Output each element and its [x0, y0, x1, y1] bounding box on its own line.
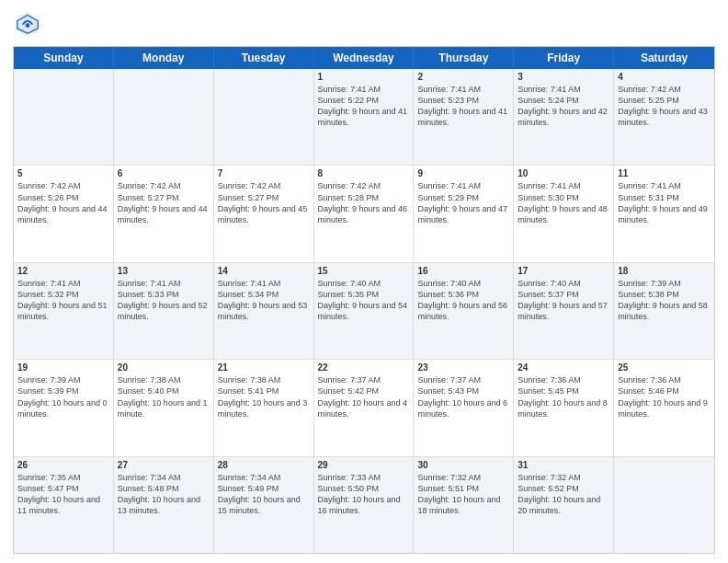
cal-cell-r4-c4: 30Sunrise: 7:32 AM Sunset: 5:51 PM Dayli…	[414, 457, 514, 553]
calendar-row-0: 1Sunrise: 7:41 AM Sunset: 5:22 PM Daylig…	[14, 69, 714, 166]
cell-info: Sunrise: 7:37 AM Sunset: 5:42 PM Dayligh…	[318, 374, 410, 419]
day-header-saturday: Saturday	[614, 47, 714, 69]
cell-date: 13	[118, 266, 210, 276]
cell-info: Sunrise: 7:41 AM Sunset: 5:24 PM Dayligh…	[518, 84, 609, 129]
cal-cell-r4-c2: 28Sunrise: 7:34 AM Sunset: 5:49 PM Dayli…	[214, 457, 314, 553]
cell-info: Sunrise: 7:32 AM Sunset: 5:51 PM Dayligh…	[417, 472, 509, 517]
cell-info: Sunrise: 7:42 AM Sunset: 5:26 PM Dayligh…	[17, 180, 109, 225]
cal-cell-r3-c5: 24Sunrise: 7:36 AM Sunset: 5:45 PM Dayli…	[514, 360, 614, 455]
cell-date: 20	[118, 362, 210, 373]
cell-info: Sunrise: 7:41 AM Sunset: 5:33 PM Dayligh…	[118, 278, 210, 323]
day-header-sunday: Sunday	[14, 47, 114, 69]
cal-cell-r0-c3: 1Sunrise: 7:41 AM Sunset: 5:22 PM Daylig…	[314, 69, 415, 165]
calendar-body: 1Sunrise: 7:41 AM Sunset: 5:22 PM Daylig…	[14, 69, 714, 553]
cal-cell-r0-c2	[214, 69, 314, 165]
cell-info: Sunrise: 7:38 AM Sunset: 5:41 PM Dayligh…	[218, 374, 310, 419]
cal-cell-r0-c0	[14, 69, 114, 165]
cell-date: 26	[17, 460, 109, 470]
cal-cell-r4-c1: 27Sunrise: 7:34 AM Sunset: 5:48 PM Dayli…	[114, 457, 214, 553]
cell-date: 15	[318, 266, 410, 276]
cal-cell-r1-c5: 10Sunrise: 7:41 AM Sunset: 5:30 PM Dayli…	[514, 166, 614, 261]
cal-cell-r1-c6: 11Sunrise: 7:41 AM Sunset: 5:31 PM Dayli…	[614, 166, 714, 261]
cell-info: Sunrise: 7:42 AM Sunset: 5:25 PM Dayligh…	[618, 84, 711, 129]
cell-date: 6	[118, 168, 210, 178]
cal-cell-r2-c0: 12Sunrise: 7:41 AM Sunset: 5:32 PM Dayli…	[14, 263, 114, 359]
cell-date: 14	[218, 266, 310, 276]
cal-cell-r4-c3: 29Sunrise: 7:33 AM Sunset: 5:50 PM Dayli…	[314, 457, 415, 553]
cell-date: 19	[17, 362, 109, 373]
cell-info: Sunrise: 7:42 AM Sunset: 5:27 PM Dayligh…	[218, 180, 310, 225]
cell-info: Sunrise: 7:36 AM Sunset: 5:45 PM Dayligh…	[518, 374, 609, 419]
cell-date: 25	[618, 362, 711, 373]
cell-info: Sunrise: 7:32 AM Sunset: 5:52 PM Dayligh…	[518, 472, 609, 517]
day-header-thursday: Thursday	[414, 47, 514, 69]
cell-date: 10	[518, 168, 609, 178]
cell-info: Sunrise: 7:37 AM Sunset: 5:43 PM Dayligh…	[417, 374, 509, 419]
cell-info: Sunrise: 7:40 AM Sunset: 5:35 PM Dayligh…	[318, 278, 410, 323]
cal-cell-r4-c5: 31Sunrise: 7:32 AM Sunset: 5:52 PM Dayli…	[514, 457, 614, 553]
cell-info: Sunrise: 7:34 AM Sunset: 5:48 PM Dayligh…	[118, 472, 210, 517]
cell-info: Sunrise: 7:40 AM Sunset: 5:37 PM Dayligh…	[518, 278, 609, 323]
cell-date: 9	[417, 168, 509, 178]
day-header-friday: Friday	[514, 47, 614, 69]
cell-date: 30	[417, 460, 509, 470]
cell-date: 8	[318, 168, 410, 178]
cell-date: 18	[618, 266, 711, 276]
cell-info: Sunrise: 7:33 AM Sunset: 5:50 PM Dayligh…	[318, 472, 410, 517]
calendar-row-1: 5Sunrise: 7:42 AM Sunset: 5:26 PM Daylig…	[14, 166, 714, 262]
cell-date: 2	[417, 72, 509, 82]
cal-cell-r1-c0: 5Sunrise: 7:42 AM Sunset: 5:26 PM Daylig…	[14, 166, 114, 261]
page: SundayMondayTuesdayWednesdayThursdayFrid…	[0, 0, 728, 563]
cell-info: Sunrise: 7:41 AM Sunset: 5:32 PM Dayligh…	[17, 278, 109, 323]
cell-date: 12	[17, 266, 109, 276]
cell-info: Sunrise: 7:40 AM Sunset: 5:36 PM Dayligh…	[417, 278, 509, 323]
cal-cell-r4-c0: 26Sunrise: 7:35 AM Sunset: 5:47 PM Dayli…	[14, 457, 114, 553]
cal-cell-r4-c6	[614, 457, 714, 553]
cell-info: Sunrise: 7:39 AM Sunset: 5:38 PM Dayligh…	[618, 278, 711, 323]
cal-cell-r1-c1: 6Sunrise: 7:42 AM Sunset: 5:27 PM Daylig…	[114, 166, 214, 261]
calendar-row-3: 19Sunrise: 7:39 AM Sunset: 5:39 PM Dayli…	[14, 360, 714, 456]
cell-info: Sunrise: 7:38 AM Sunset: 5:40 PM Dayligh…	[118, 374, 210, 419]
cell-info: Sunrise: 7:36 AM Sunset: 5:46 PM Dayligh…	[618, 374, 711, 419]
cell-date: 24	[518, 362, 609, 373]
cal-cell-r3-c3: 22Sunrise: 7:37 AM Sunset: 5:42 PM Dayli…	[314, 360, 415, 455]
cell-info: Sunrise: 7:41 AM Sunset: 5:23 PM Dayligh…	[417, 84, 509, 129]
cal-cell-r2-c1: 13Sunrise: 7:41 AM Sunset: 5:33 PM Dayli…	[114, 263, 214, 359]
logo-icon	[13, 9, 42, 39]
cal-cell-r3-c1: 20Sunrise: 7:38 AM Sunset: 5:40 PM Dayli…	[114, 360, 214, 455]
header	[13, 9, 715, 39]
calendar-header-row: SundayMondayTuesdayWednesdayThursdayFrid…	[14, 47, 714, 69]
cal-cell-r3-c0: 19Sunrise: 7:39 AM Sunset: 5:39 PM Dayli…	[14, 360, 114, 455]
cell-date: 11	[618, 168, 711, 178]
cell-date: 17	[518, 266, 609, 276]
cell-date: 3	[518, 72, 609, 82]
day-header-wednesday: Wednesday	[314, 47, 415, 69]
cell-info: Sunrise: 7:41 AM Sunset: 5:31 PM Dayligh…	[618, 180, 711, 225]
cell-date: 31	[518, 460, 609, 470]
cell-info: Sunrise: 7:41 AM Sunset: 5:29 PM Dayligh…	[417, 180, 509, 225]
cal-cell-r3-c6: 25Sunrise: 7:36 AM Sunset: 5:46 PM Dayli…	[614, 360, 714, 455]
cal-cell-r2-c4: 16Sunrise: 7:40 AM Sunset: 5:36 PM Dayli…	[414, 263, 514, 359]
logo	[13, 9, 46, 39]
day-header-monday: Monday	[114, 47, 214, 69]
cal-cell-r3-c4: 23Sunrise: 7:37 AM Sunset: 5:43 PM Dayli…	[414, 360, 514, 455]
cal-cell-r2-c6: 18Sunrise: 7:39 AM Sunset: 5:38 PM Dayli…	[614, 263, 714, 359]
cal-cell-r0-c5: 3Sunrise: 7:41 AM Sunset: 5:24 PM Daylig…	[514, 69, 614, 165]
day-header-tuesday: Tuesday	[214, 47, 314, 69]
svg-point-2	[26, 23, 30, 28]
cal-cell-r1-c3: 8Sunrise: 7:42 AM Sunset: 5:28 PM Daylig…	[314, 166, 415, 261]
cell-date: 22	[318, 362, 410, 373]
cell-date: 5	[17, 168, 109, 178]
cell-info: Sunrise: 7:39 AM Sunset: 5:39 PM Dayligh…	[17, 374, 109, 419]
calendar-row-2: 12Sunrise: 7:41 AM Sunset: 5:32 PM Dayli…	[14, 263, 714, 360]
cal-cell-r1-c4: 9Sunrise: 7:41 AM Sunset: 5:29 PM Daylig…	[414, 166, 514, 261]
cal-cell-r0-c6: 4Sunrise: 7:42 AM Sunset: 5:25 PM Daylig…	[614, 69, 714, 165]
cell-date: 29	[318, 460, 410, 470]
cell-date: 7	[218, 168, 310, 178]
cell-date: 23	[417, 362, 509, 373]
calendar-row-4: 26Sunrise: 7:35 AM Sunset: 5:47 PM Dayli…	[14, 457, 714, 553]
cell-date: 16	[417, 266, 509, 276]
cal-cell-r2-c2: 14Sunrise: 7:41 AM Sunset: 5:34 PM Dayli…	[214, 263, 314, 359]
cell-info: Sunrise: 7:42 AM Sunset: 5:28 PM Dayligh…	[318, 180, 410, 225]
cell-date: 4	[618, 72, 711, 82]
